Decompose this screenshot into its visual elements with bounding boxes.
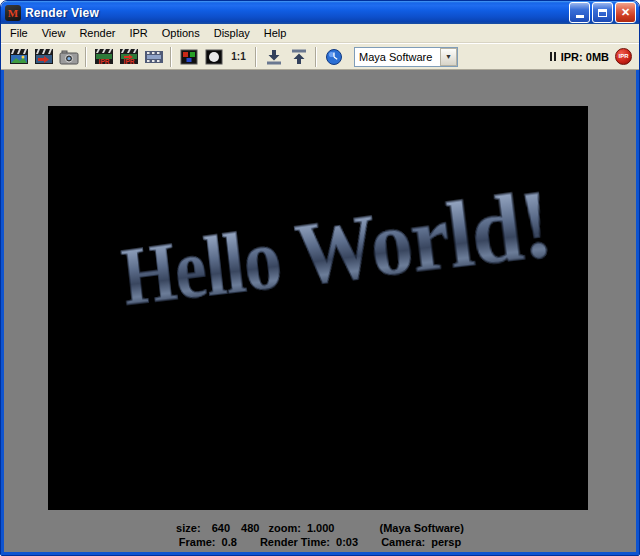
menu-display[interactable]: Display: [207, 25, 257, 41]
ipr-pause-icon[interactable]: [550, 52, 556, 61]
minimize-button[interactable]: [569, 2, 590, 23]
camera-label: Camera:: [381, 536, 425, 548]
redo-previous-ipr-render-icon: IPR: [119, 48, 139, 66]
real-size-button[interactable]: 1:1: [226, 45, 251, 68]
close-icon: ✕: [621, 7, 630, 18]
display-alpha-channel-icon: [204, 48, 224, 66]
toolbar-separator: [315, 47, 317, 67]
toolbar-separator: [170, 47, 172, 67]
toolbar: IPR IPR: [1, 43, 639, 70]
close-button[interactable]: ✕: [615, 2, 636, 23]
render-time-label: Render Time:: [260, 536, 330, 548]
toolbar-separator: [85, 47, 87, 67]
snapshot-button[interactable]: [56, 45, 81, 68]
frame-value: 0.8: [222, 536, 237, 548]
ipr-stop-button[interactable]: IPR: [615, 48, 632, 65]
redo-previous-render-icon: [34, 48, 54, 66]
zoom-value: 1.000: [307, 522, 335, 534]
maya-app-icon: M: [5, 5, 21, 21]
redo-previous-ipr-render-button[interactable]: IPR: [116, 45, 141, 68]
window-title: Render View: [25, 6, 567, 20]
render-current-frame-icon: [9, 48, 29, 66]
display-rgb-channels-button[interactable]: [176, 45, 201, 68]
menu-options[interactable]: Options: [155, 25, 207, 41]
toolbar-separator: [255, 47, 257, 67]
display-rgb-channels-icon: [179, 48, 199, 66]
render-current-frame-button[interactable]: [6, 45, 31, 68]
remove-image-button[interactable]: [286, 45, 311, 68]
snapshot-camera-icon: [59, 48, 79, 66]
render-viewport: Hello World! size: 640 480 zoom: 1.000 (…: [1, 70, 639, 555]
refresh-ipr-image-button[interactable]: [141, 45, 166, 68]
image-width: 640: [212, 522, 230, 534]
rendered-image-canvas[interactable]: Hello World!: [48, 106, 588, 510]
ipr-render-current-frame-button[interactable]: IPR: [91, 45, 116, 68]
frame-label: Frame:: [179, 536, 216, 548]
menu-view[interactable]: View: [35, 25, 73, 41]
titlebar[interactable]: M Render View ✕: [1, 1, 639, 24]
real-size-label: 1:1: [231, 51, 245, 62]
status-line-frame: Frame: 0.8 Render Time: 0:03 Camera: per…: [4, 536, 636, 548]
render-globals-icon: [324, 48, 344, 66]
size-label: size:: [176, 522, 200, 534]
maximize-button[interactable]: [592, 2, 613, 23]
svg-text:IPR: IPR: [98, 58, 109, 65]
zoom-label: zoom:: [268, 522, 300, 534]
renderer-dropdown[interactable]: Maya Software ▼: [354, 47, 458, 67]
open-render-globals-button[interactable]: [321, 45, 346, 68]
menu-help[interactable]: Help: [257, 25, 294, 41]
chevron-down-icon[interactable]: ▼: [440, 48, 457, 66]
redo-previous-render-button[interactable]: [31, 45, 56, 68]
menu-file[interactable]: File: [3, 25, 35, 41]
ipr-memory-status: IPR: 0MB: [561, 51, 609, 63]
refresh-ipr-image-icon: [144, 48, 164, 66]
menubar: File View Render IPR Options Display Hel…: [1, 24, 639, 43]
image-height: 480: [241, 522, 259, 534]
ipr-render-current-frame-icon: IPR: [94, 48, 114, 66]
svg-text:IPR: IPR: [123, 58, 134, 65]
renderer-dropdown-value: Maya Software: [355, 51, 440, 63]
render-view-window: M Render View ✕ File View Render IPR Opt…: [0, 0, 640, 556]
keep-image-icon: [264, 48, 284, 66]
rendered-hello-world-text: Hello World!: [80, 160, 588, 328]
remove-image-icon: [289, 48, 309, 66]
camera-value: persp: [431, 536, 461, 548]
status-line-size: size: 640 480 zoom: 1.000 (Maya Software…: [4, 522, 636, 534]
maximize-icon: [598, 9, 607, 17]
menu-render[interactable]: Render: [72, 25, 122, 41]
render-time-value: 0:03: [336, 536, 358, 548]
renderer-note: (Maya Software): [380, 522, 464, 534]
minimize-icon: [576, 15, 584, 18]
status-bar: size: 640 480 zoom: 1.000 (Maya Software…: [4, 520, 636, 548]
display-alpha-channel-button[interactable]: [201, 45, 226, 68]
keep-image-button[interactable]: [261, 45, 286, 68]
menu-ipr[interactable]: IPR: [122, 25, 154, 41]
